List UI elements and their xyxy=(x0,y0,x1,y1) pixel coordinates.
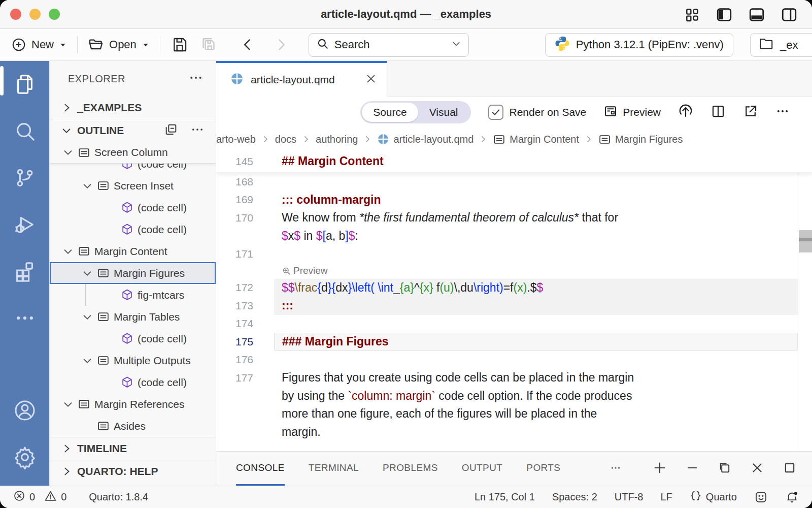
toggle-primary-sidebar-icon[interactable] xyxy=(716,6,733,23)
outline-item-margin-figures[interactable]: Margin Figures xyxy=(50,262,216,284)
python-interpreter-button[interactable]: Python 3.12.1 (PipEnv: .venv) xyxy=(545,33,733,57)
sidebar-section-quarto-help[interactable]: QUARTO: HELP xyxy=(50,460,216,483)
sticky-code-line[interactable]: 145## Margin Content xyxy=(216,150,812,173)
scrollbar-thumb[interactable] xyxy=(799,230,812,252)
navigate-back-button[interactable] xyxy=(234,38,261,52)
new-button[interactable]: New xyxy=(6,37,72,52)
indentation-status[interactable]: Spaces: 2 xyxy=(552,491,597,503)
outline-item-margin-references[interactable]: Margin References xyxy=(50,393,216,415)
open-external-icon[interactable] xyxy=(743,104,758,121)
math-preview-peek[interactable]: Preview xyxy=(216,263,812,279)
code-line[interactable]: 171 xyxy=(216,245,812,263)
chevron-down-icon[interactable] xyxy=(62,399,74,410)
explorer-more-actions-icon[interactable] xyxy=(188,70,204,87)
outline-item--code-cell-[interactable]: (code cell) xyxy=(50,197,216,218)
sidebar-section-timeline[interactable]: TIMELINE xyxy=(50,437,216,460)
code-line[interactable]: 177Figures that you create using code ce… xyxy=(216,369,812,387)
breadcrumb-item[interactable]: docs xyxy=(275,134,296,145)
outline-item--code-cell-[interactable]: (code cell) xyxy=(50,164,216,175)
outline-item-margin-tables[interactable]: Margin Tables xyxy=(50,306,216,328)
eol-status[interactable]: LF xyxy=(661,491,672,503)
chevron-down-icon[interactable] xyxy=(82,180,93,192)
notifications-bell-icon[interactable] xyxy=(785,490,799,504)
render-publish-icon[interactable] xyxy=(678,104,693,121)
outline-item--code-cell-[interactable]: (code cell) xyxy=(50,371,216,393)
save-button[interactable] xyxy=(165,37,194,53)
search-input[interactable]: Search xyxy=(309,33,469,57)
code-line[interactable]: 176 xyxy=(216,351,812,369)
code-line[interactable]: 172$$\frac{d}{dx}\left( \int_{a}^{x} f(u… xyxy=(216,279,812,297)
outline-more-actions-icon[interactable] xyxy=(190,122,205,139)
tab-article-layout[interactable]: article-layout.qmd xyxy=(216,61,387,97)
outline-item--code-cell-[interactable]: (code cell) xyxy=(50,328,216,350)
chevron-down-icon[interactable] xyxy=(82,355,93,366)
panel-tab-ports[interactable]: PORTS xyxy=(526,452,560,486)
code-line[interactable]: more than one figure, each of the figure… xyxy=(216,405,812,423)
panel-minimize-icon[interactable] xyxy=(685,461,699,477)
open-button[interactable]: Open xyxy=(83,37,155,53)
encoding-status[interactable]: UTF-8 xyxy=(615,491,644,503)
source-mode-button[interactable]: Source xyxy=(362,103,418,122)
collapse-all-icon[interactable] xyxy=(164,122,178,139)
language-mode-status[interactable]: Quarto xyxy=(690,490,737,504)
toggle-secondary-sidebar-icon[interactable] xyxy=(781,6,798,23)
panel-new-icon[interactable] xyxy=(653,461,667,477)
panel-restore-icon[interactable] xyxy=(718,461,732,477)
code-line[interactable]: by using the `column: margin` code cell … xyxy=(216,387,812,405)
code-line[interactable]: 168 xyxy=(216,173,812,191)
visual-mode-button[interactable]: Visual xyxy=(418,103,469,122)
chevron-down-icon[interactable] xyxy=(62,147,74,158)
customize-layout-icon[interactable] xyxy=(684,7,700,23)
feedback-smiley-icon[interactable] xyxy=(754,490,768,504)
sidebar-section-outline[interactable]: OUTLINE xyxy=(50,119,216,142)
cursor-position-status[interactable]: Ln 175, Col 1 xyxy=(475,491,535,503)
editor-more-actions-icon[interactable] xyxy=(775,104,790,120)
run-debug-icon[interactable] xyxy=(0,201,49,248)
account-icon[interactable] xyxy=(0,387,49,434)
preview-button[interactable]: Preview xyxy=(603,104,661,121)
explorer-icon[interactable] xyxy=(0,61,49,108)
outline-item-screen-column[interactable]: Screen Column xyxy=(50,142,216,164)
quarto-version-status[interactable]: Quarto: 1.8.4 xyxy=(89,491,148,503)
breadcrumb-item[interactable]: authoring xyxy=(316,134,358,145)
sidebar-section-examples[interactable]: _EXAMPLES xyxy=(50,97,216,119)
panel-tab-output[interactable]: OUTPUT xyxy=(462,452,503,486)
close-tab-icon[interactable] xyxy=(365,73,377,86)
panel-maximize-icon[interactable] xyxy=(783,461,797,477)
editor-scrollbar[interactable] xyxy=(798,150,812,451)
outline-item-asides[interactable]: Asides xyxy=(50,415,216,437)
chevron-down-icon[interactable] xyxy=(82,311,93,323)
code-line[interactable]: 170We know from *the first fundamental t… xyxy=(216,209,812,227)
code-line[interactable]: 174 xyxy=(216,315,812,333)
code-line[interactable]: 173::: xyxy=(216,297,812,315)
outline-item-screen-inset[interactable]: Screen Inset xyxy=(50,175,216,197)
toggle-panel-icon[interactable] xyxy=(748,6,765,23)
panel-tab-problems[interactable]: PROBLEMS xyxy=(383,452,438,486)
source-control-icon[interactable] xyxy=(0,154,49,201)
outline-item-multiple-outputs[interactable]: Multiple Outputs xyxy=(50,350,216,371)
code-line[interactable]: margin. xyxy=(216,423,812,441)
render-on-save-control[interactable]: Render on Save xyxy=(488,105,587,120)
settings-gear-icon[interactable] xyxy=(0,434,49,481)
more-views-icon[interactable] xyxy=(0,295,49,341)
render-on-save-checkbox[interactable] xyxy=(488,105,503,120)
outline-item--code-cell-[interactable]: (code cell) xyxy=(50,218,216,240)
panel-tab-terminal[interactable]: TERMINAL xyxy=(309,452,359,486)
chevron-down-icon[interactable] xyxy=(82,268,93,279)
outline-item-fig-mtcars[interactable]: fig-mtcars xyxy=(50,284,216,306)
code-line[interactable]: 175### Margin Figures xyxy=(216,333,812,351)
split-editor-icon[interactable] xyxy=(710,104,726,121)
breadcrumb-item[interactable]: Margin Content xyxy=(493,133,579,146)
extensions-icon[interactable] xyxy=(0,248,49,295)
outline-item-margin-content[interactable]: Margin Content xyxy=(50,240,216,262)
breadcrumb-item[interactable]: article-layout.qmd xyxy=(377,133,473,145)
panel-close-icon[interactable] xyxy=(750,461,764,477)
save-all-button[interactable] xyxy=(194,36,223,53)
panel-more-tabs-icon[interactable] xyxy=(609,461,622,477)
panel-tab-console[interactable]: CONSOLE xyxy=(236,452,285,486)
breadcrumb-item[interactable]: Margin Figures xyxy=(598,133,683,146)
search-view-icon[interactable] xyxy=(0,108,49,154)
code-line[interactable]: 169::: column-margin xyxy=(216,191,812,209)
search-scope-chevron-icon[interactable] xyxy=(451,39,461,51)
navigate-forward-button[interactable] xyxy=(268,38,294,52)
